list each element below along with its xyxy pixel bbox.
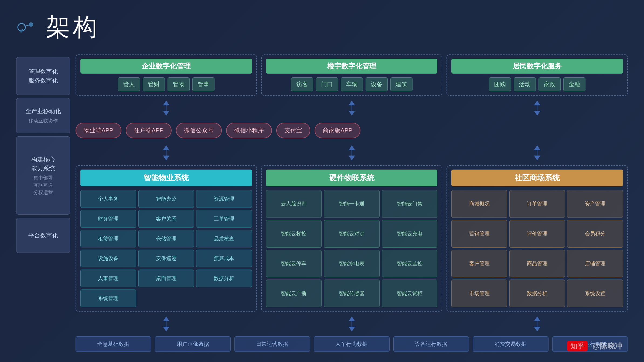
sys-item: 桌面管理	[138, 270, 194, 287]
sys-item: 智能云停车	[266, 250, 322, 278]
sys-item: 智能云梯控	[266, 220, 322, 248]
header: 架构	[16, 11, 628, 44]
arrow-up	[163, 145, 169, 150]
row-apps: 物业端APP 住户端APP 微信公众号 微信小程序 支付宝 商家版APP	[76, 120, 628, 140]
mgmt-item: 管人	[118, 77, 140, 91]
sys-item: 个人事务	[80, 190, 136, 208]
arrow-down	[349, 156, 355, 160]
mgmt-item: 管财	[143, 77, 165, 91]
mgmt-item: 访客	[291, 77, 313, 91]
building-management-items: 访客 门口 车辆 设备 建筑	[266, 77, 438, 91]
data-user-profile: 用户画像数据	[155, 336, 230, 352]
logo-icon	[16, 16, 38, 38]
sys-item: 智能云门禁	[382, 190, 438, 218]
arrow-row-2	[76, 145, 628, 161]
arrow-line	[537, 150, 537, 156]
resident-service-box: 居民数字化服务 团购 活动 家政 金融	[447, 54, 628, 96]
sys-item: 数据分析	[509, 280, 565, 307]
arrow-line	[166, 105, 166, 111]
arrow-up	[163, 316, 169, 321]
arrow-group	[447, 101, 628, 116]
sys-item: 云人脸识别	[266, 190, 322, 218]
data-daily-ops: 日常运营数据	[234, 336, 310, 352]
arrow-line	[352, 105, 352, 111]
data-device-ops: 设备运行数据	[393, 336, 469, 352]
arrow-line	[166, 321, 166, 327]
arrow-row-1	[76, 100, 628, 116]
arrow-line	[537, 321, 537, 327]
sys-item: 智能云对讲	[324, 220, 380, 248]
row-systems: 智能物业系统 个人事务 智能办公 资源管理 财务管理 客户关系 工单管理 租赁管…	[76, 165, 628, 312]
content-area: 企业数字化管理 管人 管财 管物 管事 楼宇数字化管理 访客 门口 车辆 设备	[76, 54, 628, 352]
watermark: 知乎 @陈晓冲	[567, 341, 622, 351]
smart-property-system: 智能物业系统 个人事务 智能办公 资源管理 财务管理 客户关系 工单管理 租赁管…	[76, 165, 257, 312]
sidebar-item-mobile: 全产业移动化 移动互联协作	[16, 98, 70, 133]
arrow-up	[349, 316, 355, 321]
mgmt-item: 门口	[316, 77, 338, 91]
arrow-row-3	[76, 316, 628, 332]
row-management: 企业数字化管理 管人 管财 管物 管事 楼宇数字化管理 访客 门口 车辆 设备	[76, 54, 628, 96]
sys-item: 商城概况	[451, 190, 507, 218]
smart-property-title: 智能物业系统	[80, 170, 252, 186]
sys-item: 智能云充电	[382, 220, 438, 248]
data-consumption: 消费交易数据	[473, 336, 548, 352]
arrow-up	[349, 101, 355, 105]
svg-point-2	[20, 30, 22, 33]
sys-item: 安保巡逻	[138, 250, 194, 267]
mgmt-item: 车辆	[341, 77, 363, 91]
mgmt-item: 管事	[192, 77, 214, 91]
watermark-platform: 知乎	[567, 341, 588, 351]
double-arrow	[349, 316, 355, 332]
arrow-up	[534, 101, 540, 105]
sys-item: 客户关系	[138, 210, 194, 228]
sys-item: 智能一卡通	[324, 190, 380, 218]
arrow-up	[534, 145, 540, 150]
sys-item: 智能云广播	[266, 280, 322, 307]
community-mall-grid: 商城概况 订单管理 资产管理 营销管理 评价管理 会员积分 客户管理 商品管理 …	[451, 190, 623, 307]
double-arrow	[163, 316, 169, 332]
smart-property-grid: 个人事务 智能办公 资源管理 财务管理 客户关系 工单管理 租赁管理 仓储管理 …	[80, 190, 252, 307]
sys-item: 客户管理	[451, 250, 507, 278]
arrow-down	[349, 111, 355, 116]
double-arrow	[534, 316, 540, 332]
sys-item: 智能云监控	[382, 250, 438, 278]
sys-item: 营销管理	[451, 220, 507, 248]
main-layout: 管理数字化 服务数字化 全产业移动化 移动互联协作 构建核心 能力系统 集中部署…	[16, 54, 628, 352]
arrow-up	[349, 145, 355, 150]
page-title: 架构	[46, 11, 100, 44]
sys-item: 租赁管理	[80, 230, 136, 248]
arrow-line	[352, 321, 352, 327]
mgmt-item: 设备	[366, 77, 388, 91]
app-wechat-public: 微信公众号	[176, 123, 222, 138]
arrow-group	[447, 316, 628, 332]
arrow-group	[261, 145, 442, 160]
data-holographic: 全息基础数据	[76, 336, 151, 352]
sys-item: 仓储管理	[138, 230, 194, 248]
mgmt-item: 活动	[514, 77, 536, 91]
sys-item: 品质核查	[196, 230, 252, 248]
double-arrow	[163, 145, 169, 160]
sys-item: 智能水电表	[324, 250, 380, 278]
app-merchant: 商家版APP	[315, 123, 360, 138]
hardware-iot-title: 硬件物联系统	[266, 170, 438, 186]
watermark-author: @陈晓冲	[592, 342, 622, 350]
arrow-down	[349, 327, 355, 332]
arrow-down	[534, 327, 540, 332]
sys-item: 资源管理	[196, 190, 252, 208]
arrow-line	[166, 150, 166, 156]
sidebar-item-core: 构建核心 能力系统 集中部署 互联互通 分权运营	[16, 136, 70, 215]
sys-item: 智能传感器	[324, 280, 380, 307]
double-arrow	[534, 101, 540, 116]
mgmt-item: 管物	[168, 77, 190, 91]
app-alipay: 支付宝	[276, 123, 310, 138]
sys-item: 评价管理	[509, 220, 565, 248]
community-mall-system: 社区商场系统 商城概况 订单管理 资产管理 营销管理 评价管理 会员积分 客户管…	[447, 165, 628, 312]
app-property: 物业端APP	[76, 123, 121, 138]
sys-item: 市场管理	[451, 280, 507, 307]
arrow-group	[76, 101, 257, 116]
hardware-iot-grid: 云人脸识别 智能一卡通 智能云门禁 智能云梯控 智能云对讲 智能云充电 智能云停…	[266, 190, 438, 307]
svg-line-4	[22, 29, 23, 30]
sys-item: 系统管理	[80, 289, 136, 307]
resident-service-title: 居民数字化服务	[451, 59, 623, 74]
double-arrow	[349, 145, 355, 160]
